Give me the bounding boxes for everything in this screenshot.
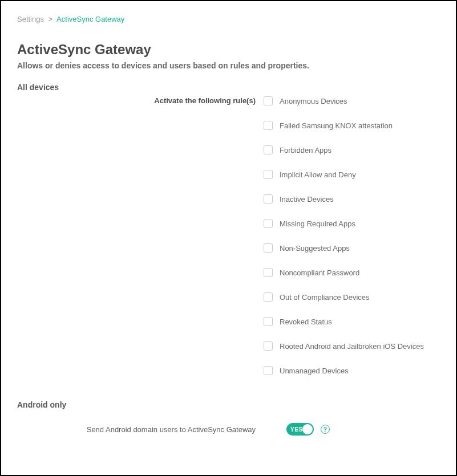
all-devices-heading: All devices <box>17 83 440 92</box>
page-title: ActiveSync Gateway <box>17 42 440 58</box>
breadcrumb-parent[interactable]: Settings <box>17 15 44 23</box>
rule-revoked-status: Revoked Status <box>264 317 440 326</box>
android-only-section: Android only Send Android domain users t… <box>17 400 440 436</box>
checkbox-forbidden-apps[interactable] <box>264 145 273 154</box>
checkbox-label-inactive-devices: Inactive Devices <box>280 195 334 204</box>
checkbox-implicit-allow-deny[interactable] <box>264 170 273 179</box>
checkbox-label-missing-required-apps: Missing Required Apps <box>280 219 355 228</box>
toggle-knob <box>302 424 313 434</box>
checkbox-label-rooted-jailbroken: Rooted Android and Jailbroken iOS Device… <box>280 342 424 351</box>
checkbox-noncompliant-password[interactable] <box>264 268 273 277</box>
checkbox-label-revoked-status: Revoked Status <box>280 318 332 326</box>
android-toggle-label: Send Android domain users to ActiveSync … <box>87 425 256 434</box>
checkbox-non-suggested-apps[interactable] <box>264 243 273 253</box>
help-icon[interactable]: ? <box>321 425 330 434</box>
checkbox-label-anonymous-devices: Anonymous Devices <box>280 97 347 105</box>
android-only-heading: Android only <box>17 400 440 409</box>
android-toggle[interactable]: YES <box>286 423 314 436</box>
checkbox-anonymous-devices[interactable] <box>264 96 273 105</box>
rule-forbidden-apps: Forbidden Apps <box>264 145 440 154</box>
page-subtitle: Allows or denies access to devices and u… <box>17 61 440 70</box>
checkbox-missing-required-apps[interactable] <box>264 219 273 228</box>
rule-out-of-compliance: Out of Compliance Devices <box>264 292 440 302</box>
breadcrumb-current: ActiveSync Gateway <box>56 15 124 23</box>
rule-non-suggested-apps: Non-Suggested Apps <box>264 243 440 253</box>
checkbox-unmanaged-devices[interactable] <box>264 366 273 375</box>
checkbox-label-forbidden-apps: Forbidden Apps <box>280 146 331 154</box>
checkbox-label-failed-knox: Failed Samsung KNOX attestation <box>280 121 393 130</box>
checkbox-label-unmanaged-devices: Unmanaged Devices <box>280 367 349 375</box>
rule-implicit-allow-deny: Implicit Allow and Deny <box>264 170 440 179</box>
activate-rules-label: Activate the following rule(s) <box>154 96 256 105</box>
rule-anonymous-devices: Anonymous Devices <box>264 96 440 105</box>
toggle-text: YES <box>290 426 303 433</box>
breadcrumb: Settings > ActiveSync Gateway <box>17 15 440 23</box>
rule-failed-knox: Failed Samsung KNOX attestation <box>264 121 440 130</box>
checkbox-inactive-devices[interactable] <box>264 194 273 204</box>
checkbox-label-non-suggested-apps: Non-Suggested Apps <box>280 244 350 253</box>
checkbox-out-of-compliance[interactable] <box>264 292 273 302</box>
checkbox-failed-knox[interactable] <box>264 121 273 130</box>
rules-checkbox-list: Anonymous Devices Failed Samsung KNOX at… <box>264 96 440 375</box>
rule-missing-required-apps: Missing Required Apps <box>264 219 440 228</box>
rule-unmanaged-devices: Unmanaged Devices <box>264 366 440 375</box>
checkbox-label-noncompliant-password: Noncompliant Password <box>280 268 359 277</box>
checkbox-revoked-status[interactable] <box>264 317 273 326</box>
rule-inactive-devices: Inactive Devices <box>264 194 440 204</box>
rule-noncompliant-password: Noncompliant Password <box>264 268 440 277</box>
all-devices-section: All devices Activate the following rule(… <box>17 83 440 436</box>
checkbox-rooted-jailbroken[interactable] <box>264 341 273 351</box>
rule-rooted-jailbroken: Rooted Android and Jailbroken iOS Device… <box>264 341 440 351</box>
breadcrumb-separator: > <box>48 15 53 23</box>
checkbox-label-out-of-compliance: Out of Compliance Devices <box>280 293 370 302</box>
checkbox-label-implicit-allow-deny: Implicit Allow and Deny <box>280 170 356 179</box>
